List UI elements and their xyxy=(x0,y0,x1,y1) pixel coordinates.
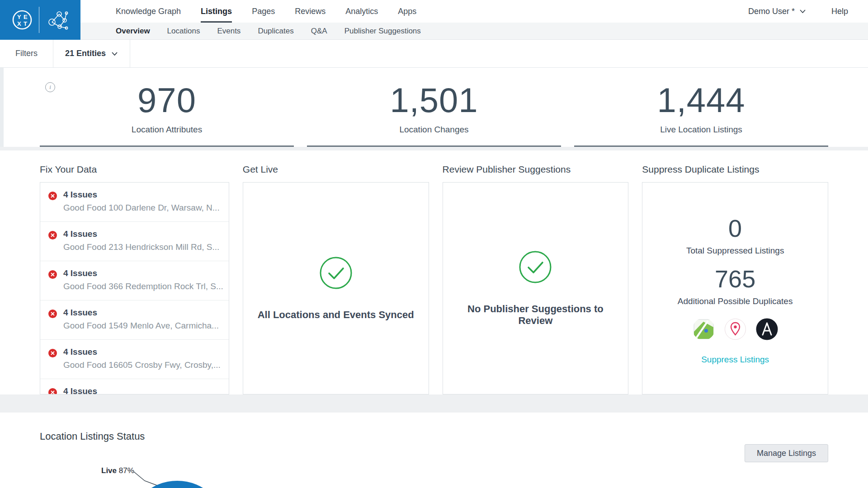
entities-dropdown-label: 21 Entities xyxy=(65,49,106,58)
issue-location: Good Food 1549 Menlo Ave, Carmicha... xyxy=(63,321,223,331)
publisher-a-icon[interactable] xyxy=(756,318,778,340)
issue-location: Good Food 213 Hendrickson Mill Rd, S... xyxy=(63,242,223,252)
issue-row[interactable]: 4 Issues Good Food 16605 Crosby Fwy, Cro… xyxy=(40,340,229,379)
publisher-suggestions-card: No Publisher Suggestions to Review xyxy=(443,182,629,394)
entities-dropdown[interactable]: 21 Entities xyxy=(53,40,130,67)
issue-location: Good Food 366 Redemption Rock Trl, S... xyxy=(63,282,223,291)
nav-item-pages[interactable]: Pages xyxy=(252,0,275,23)
nav-item-listings[interactable]: Listings xyxy=(201,0,232,23)
apple-maps-icon[interactable] xyxy=(693,318,715,340)
issue-count: 4 Issues xyxy=(63,230,223,239)
stat-live-location-listings[interactable]: 1,444 Live Location Listings xyxy=(574,68,828,147)
main-nav: Knowledge Graph Listings Pages Reviews A… xyxy=(116,0,416,23)
check-circle-icon xyxy=(518,250,552,284)
section-divider xyxy=(0,147,868,150)
error-icon xyxy=(48,270,57,279)
issue-location: Good Food 100 Darlene Dr, Warsaw, N... xyxy=(63,203,223,213)
stat-location-changes[interactable]: 1,501 Location Changes xyxy=(307,68,561,147)
subnav-item-locations[interactable]: Locations xyxy=(167,27,200,36)
get-live-card: All Locations and Events Synced xyxy=(243,182,429,394)
error-icon xyxy=(48,388,57,394)
fix-your-data-card: 4 Issues Good Food 100 Darlene Dr, Warsa… xyxy=(40,182,229,394)
stat-value: 1,444 xyxy=(574,83,828,117)
stat-value: 1,501 xyxy=(307,83,561,117)
possible-duplicates-value: 765 xyxy=(715,267,755,291)
help-link[interactable]: Help xyxy=(831,7,848,16)
issue-row[interactable]: 4 Issues Good Food 213 Hendrickson Mill … xyxy=(40,222,229,261)
manage-listings-button[interactable]: Manage Listings xyxy=(745,444,828,462)
location-listings-status-section: Location Listings Status Manage Listings xyxy=(0,413,868,488)
issue-count: 4 Issues xyxy=(63,387,223,394)
error-icon xyxy=(48,310,57,318)
yext-logo-icon: Y E X T xyxy=(12,9,33,30)
sync-status-text: All Locations and Events Synced xyxy=(258,309,414,321)
issue-count: 4 Issues xyxy=(63,308,223,318)
stat-label: Live Location Listings xyxy=(574,125,828,135)
issue-row[interactable]: 4 Issues Good Food 366 Redemption Rock T… xyxy=(40,261,229,300)
subnav-item-publisher-suggestions[interactable]: Publisher Suggestions xyxy=(344,27,421,36)
suggestions-status-text: No Publisher Suggestions to Review xyxy=(454,303,618,327)
nav-item-analytics[interactable]: Analytics xyxy=(345,0,378,23)
subnav-item-duplicates[interactable]: Duplicates xyxy=(258,27,293,36)
overview-cards: Fix Your Data 4 Issues Good Food 100 Dar… xyxy=(0,150,868,394)
pie-slice-label-live: Live 87% xyxy=(101,466,134,475)
fix-your-data-column: Fix Your Data 4 Issues Good Food 100 Dar… xyxy=(40,150,229,394)
stat-label: Location Attributes xyxy=(40,125,294,135)
svg-text:Y: Y xyxy=(17,14,21,20)
stats-summary: i 970 Location Attributes 1,501 Location… xyxy=(40,68,828,147)
subnav-item-overview[interactable]: Overview xyxy=(116,27,150,36)
issue-row[interactable]: 4 Issues Good Food 1549 Menlo Ave, Carmi… xyxy=(40,300,229,340)
issue-count: 4 Issues xyxy=(63,347,223,357)
svg-text:T: T xyxy=(24,20,27,27)
suppress-listings-link[interactable]: Suppress Listings xyxy=(701,355,769,365)
nav-item-reviews[interactable]: Reviews xyxy=(295,0,326,23)
listings-overview-page: Y E X T xyxy=(0,0,868,488)
filters-bar: Filters 21 Entities xyxy=(0,40,868,68)
user-menu-label: Demo User * xyxy=(748,7,795,16)
chevron-down-icon xyxy=(111,52,118,56)
total-suppressed-value: 0 xyxy=(728,216,742,240)
publisher-icons xyxy=(693,318,778,340)
possible-duplicates-label: Additional Possible Duplicates xyxy=(678,296,793,306)
info-icon[interactable]: i xyxy=(45,82,55,92)
section-title: Location Listings Status xyxy=(40,413,828,442)
collapsed-filter-edge xyxy=(0,68,4,147)
get-live-column: Get Live All Locations and Events Synced xyxy=(243,150,429,394)
total-suppressed-label: Total Suppressed Listings xyxy=(686,246,784,256)
chevron-down-icon xyxy=(799,9,806,14)
check-circle-icon xyxy=(319,256,353,290)
stat-value: 970 xyxy=(40,83,294,117)
user-menu[interactable]: Demo User * xyxy=(748,7,806,16)
issue-count: 4 Issues xyxy=(63,269,223,278)
pie-label-text: Live xyxy=(101,466,117,475)
error-icon xyxy=(48,349,57,357)
subnav-item-events[interactable]: Events xyxy=(217,27,241,36)
yext-logo[interactable]: Y E X T xyxy=(0,0,80,40)
logo-divider xyxy=(39,7,39,33)
header-right: Demo User * Help xyxy=(748,0,848,23)
issue-row[interactable]: 4 Issues xyxy=(40,379,229,394)
error-icon xyxy=(48,231,57,239)
card-title: Get Live xyxy=(243,150,429,175)
issue-location: Good Food 16605 Crosby Fwy, Crosby,... xyxy=(63,360,223,370)
filters-button[interactable]: Filters xyxy=(0,40,53,67)
svg-text:X: X xyxy=(17,20,21,27)
stat-label: Location Changes xyxy=(307,125,561,135)
nav-item-knowledge-graph[interactable]: Knowledge Graph xyxy=(116,0,181,23)
listings-sub-nav: Overview Locations Events Duplicates Q&A… xyxy=(0,23,868,40)
subnav-item-qa[interactable]: Q&A xyxy=(311,27,327,36)
issue-row[interactable]: 4 Issues Good Food 100 Darlene Dr, Warsa… xyxy=(40,183,229,222)
knowledge-graph-icon xyxy=(46,8,69,32)
card-title: Fix Your Data xyxy=(40,150,229,175)
card-title: Review Publisher Suggestions xyxy=(443,150,629,175)
section-divider xyxy=(0,394,868,413)
issue-count: 4 Issues xyxy=(63,190,223,200)
error-icon xyxy=(48,192,57,200)
map-pin-icon[interactable] xyxy=(724,318,746,340)
card-title: Suppress Duplicate Listings xyxy=(642,150,828,175)
suppress-duplicates-column: Suppress Duplicate Listings 0 Total Supp… xyxy=(642,150,828,394)
nav-item-apps[interactable]: Apps xyxy=(398,0,416,23)
suppress-duplicates-card: 0 Total Suppressed Listings 765 Addition… xyxy=(642,182,828,394)
stat-location-attributes[interactable]: 970 Location Attributes xyxy=(40,68,294,147)
top-nav: Y E X T xyxy=(0,0,868,40)
